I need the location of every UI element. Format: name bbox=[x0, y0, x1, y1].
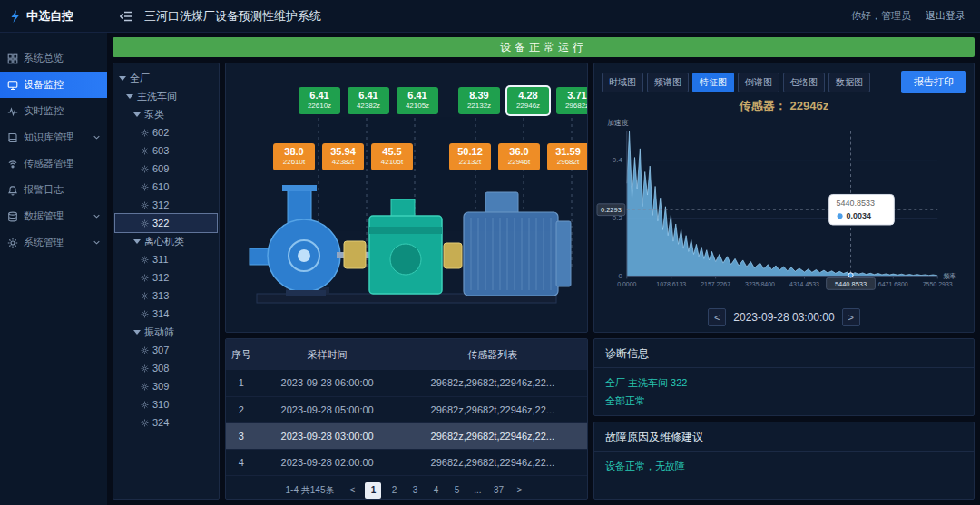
chart-tab-1[interactable]: 频谱图 bbox=[647, 73, 689, 92]
tree-item[interactable]: 全厂 bbox=[115, 69, 217, 87]
svg-text:0.4: 0.4 bbox=[612, 156, 623, 164]
gear-icon bbox=[141, 346, 149, 354]
chart-tab-0[interactable]: 时域图 bbox=[602, 73, 643, 92]
gear-icon bbox=[141, 419, 149, 427]
tree-item[interactable]: 振动筛 bbox=[115, 323, 217, 341]
svg-text:0.0000: 0.0000 bbox=[617, 281, 636, 287]
y-axis-name: 加速度 bbox=[607, 119, 629, 127]
sensor-tags-top-row: 6.4122610z6.4142382z6.4142105z8.3922132z… bbox=[226, 87, 588, 114]
page-button-5[interactable]: 5 bbox=[448, 482, 465, 499]
selected-time: 2023-09-28 03:00:00 bbox=[733, 311, 834, 324]
table-row[interactable]: 42023-09-28 02:00:0029682z,29682t,22946z… bbox=[226, 449, 587, 475]
table-cell: 29682z,29682t,22946z,22... bbox=[398, 449, 587, 475]
tree-item[interactable]: 610 bbox=[115, 178, 217, 196]
table-header-row: 序号采样时间传感器列表 bbox=[226, 339, 587, 370]
sensor-tag-29682z[interactable]: 3.7129682z bbox=[556, 87, 588, 114]
sensor-tag-22946t[interactable]: 36.022946t bbox=[498, 143, 540, 170]
sensor-tag-22132z[interactable]: 8.3922132z bbox=[458, 87, 500, 114]
table-row[interactable]: 22023-09-28 05:00:0029682z,29682t,22946z… bbox=[226, 396, 587, 422]
logout-link[interactable]: 退出登录 bbox=[926, 9, 965, 23]
tree-item[interactable]: 309 bbox=[115, 377, 217, 395]
sensor-tag-42382z[interactable]: 6.4142382z bbox=[348, 87, 389, 114]
tree-item[interactable]: 307 bbox=[115, 341, 217, 359]
sidebar-item-1[interactable]: 设备监控 bbox=[0, 72, 107, 98]
diagnosis-location-link[interactable]: 全厂 主洗车间 322 bbox=[605, 374, 963, 392]
page-button-2[interactable]: 2 bbox=[386, 482, 402, 499]
chart-tab-5[interactable]: 数据图 bbox=[828, 73, 870, 92]
table-row[interactable]: 32023-09-28 03:00:0029682z,29682t,22946z… bbox=[226, 422, 587, 449]
tree-item[interactable]: 311 bbox=[115, 250, 217, 268]
sidebar-item-2[interactable]: 实时监控 bbox=[0, 98, 107, 124]
sidebar-item-7[interactable]: 系统管理 bbox=[0, 229, 107, 256]
tree-item[interactable]: 泵类 bbox=[115, 105, 217, 123]
equipment-panel: 6.4122610z6.4142382z6.4142105z8.3922132z… bbox=[225, 63, 588, 333]
svg-text:0.0034: 0.0034 bbox=[847, 211, 871, 220]
diagnosis-panel: 诊断信息 全厂 主洗车间 322 全部正常 bbox=[593, 338, 975, 416]
sensor-tag-42105t[interactable]: 45.542105t bbox=[371, 143, 413, 170]
svg-text:5440.8533: 5440.8533 bbox=[835, 280, 867, 288]
tree-item[interactable]: 322 bbox=[115, 214, 217, 232]
next-page-button[interactable]: > bbox=[511, 482, 527, 499]
caret-down-icon bbox=[119, 76, 126, 81]
sensor-tag-22132t[interactable]: 50.1222132t bbox=[449, 143, 491, 170]
tag-value: 31.59 bbox=[547, 146, 588, 158]
chevron-down-icon bbox=[93, 214, 100, 219]
prev-page-button[interactable]: < bbox=[344, 482, 360, 499]
tree-item-label: 610 bbox=[152, 181, 169, 192]
tree-item[interactable]: 离心机类 bbox=[115, 232, 217, 250]
tree-item[interactable]: 313 bbox=[115, 286, 217, 305]
page-button-4[interactable]: 4 bbox=[427, 482, 444, 499]
settings-icon bbox=[7, 238, 18, 248]
tree-item-label: 602 bbox=[152, 127, 169, 138]
table-cell: 29682z,29682t,22946z,22... bbox=[398, 422, 587, 449]
sensor-tag-42105z[interactable]: 6.4142105z bbox=[397, 87, 438, 114]
user-greeting: 你好，管理员 bbox=[851, 9, 911, 23]
tree-item[interactable]: 310 bbox=[115, 395, 217, 413]
chart-tab-4[interactable]: 包络图 bbox=[783, 73, 825, 92]
table-row[interactable]: 12023-09-28 06:00:0029682z,29682t,22946z… bbox=[226, 370, 587, 396]
sensor-tag-42382t[interactable]: 35.9442382t bbox=[322, 143, 364, 170]
samples-panel: 序号采样时间传感器列表 12023-09-28 06:00:0029682z,2… bbox=[225, 338, 588, 500]
tree-item[interactable]: 603 bbox=[115, 141, 217, 160]
sidebar-item-0[interactable]: 系统总览 bbox=[0, 45, 107, 72]
more-pages-button[interactable]: ... bbox=[469, 482, 485, 499]
prev-time-button[interactable]: < bbox=[708, 308, 726, 326]
gear-icon bbox=[141, 274, 149, 282]
tree-item[interactable]: 308 bbox=[115, 359, 217, 377]
tag-label: 22132t bbox=[449, 158, 491, 167]
tree-item-label: 609 bbox=[152, 163, 169, 174]
x-axis-name: 频率 bbox=[943, 272, 956, 280]
tree-item[interactable]: 312 bbox=[115, 268, 217, 286]
report-print-button[interactable]: 报告打印 bbox=[901, 71, 966, 93]
page-button-3[interactable]: 3 bbox=[407, 482, 423, 499]
sidebar-item-5[interactable]: 报警日志 bbox=[0, 177, 107, 203]
collapse-menu-icon[interactable] bbox=[120, 11, 133, 22]
gear-icon bbox=[141, 201, 149, 209]
tree-item-label: 311 bbox=[152, 254, 169, 265]
sensor-tag-22610z[interactable]: 6.4122610z bbox=[299, 87, 340, 114]
tree-item[interactable]: 314 bbox=[115, 305, 217, 323]
sidebar-item-3[interactable]: 知识库管理 bbox=[0, 124, 107, 151]
chart-tab-2[interactable]: 特征图 bbox=[692, 73, 734, 92]
sensor-tag-29682t[interactable]: 31.5929682t bbox=[547, 143, 588, 170]
page-button-37[interactable]: 37 bbox=[490, 482, 506, 499]
feature-chart[interactable]: 00.20.4加速度频率0.00001078.61332157.22673235… bbox=[594, 115, 974, 306]
tree-item[interactable]: 324 bbox=[115, 413, 217, 432]
tree-item-label: 全厂 bbox=[130, 72, 150, 85]
tree-item-label: 313 bbox=[152, 290, 169, 301]
page-button-1[interactable]: 1 bbox=[365, 482, 381, 499]
tree-item[interactable]: 609 bbox=[115, 160, 217, 178]
tree-item[interactable]: 602 bbox=[115, 123, 217, 141]
caret-down-icon bbox=[133, 239, 141, 244]
chart-tab-3[interactable]: 倒谱图 bbox=[738, 73, 779, 92]
sensor-tag-22946z[interactable]: 4.2822946z bbox=[507, 87, 549, 114]
data-icon bbox=[7, 211, 18, 222]
sidebar-item-6[interactable]: 数据管理 bbox=[0, 203, 107, 229]
sidebar-item-4[interactable]: 传感器管理 bbox=[0, 151, 107, 177]
svg-text:2157.2267: 2157.2267 bbox=[701, 281, 730, 287]
next-time-button[interactable]: > bbox=[842, 308, 860, 326]
sensor-tag-22610t[interactable]: 38.022610t bbox=[273, 143, 315, 170]
topbar: 中选自控 三河口洗煤厂设备预测性维护系统 你好，管理员 退出登录 bbox=[0, 0, 980, 33]
tree-item[interactable]: 主洗车间 bbox=[115, 87, 217, 105]
tree-item[interactable]: 312 bbox=[115, 196, 217, 214]
